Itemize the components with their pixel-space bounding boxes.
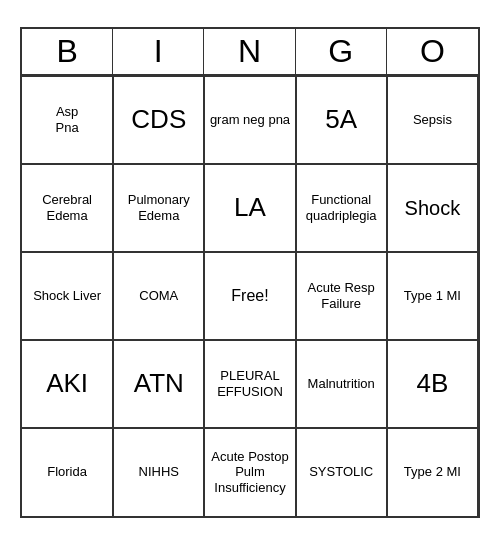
- bingo-cell: COMA: [113, 252, 204, 340]
- bingo-cell: Shock: [387, 164, 478, 252]
- bingo-cell: AspPna: [22, 76, 113, 164]
- header-letter: N: [204, 29, 295, 74]
- bingo-cell: SYSTOLIC: [296, 428, 387, 516]
- header-letter: O: [387, 29, 478, 74]
- bingo-cell: PLEURAL EFFUSION: [204, 340, 295, 428]
- bingo-cell: Acute Resp Failure: [296, 252, 387, 340]
- header-letter: I: [113, 29, 204, 74]
- bingo-cell: Functional quadriplegia: [296, 164, 387, 252]
- bingo-cell: Cerebral Edema: [22, 164, 113, 252]
- bingo-cell: Type 1 MI: [387, 252, 478, 340]
- bingo-cell: Sepsis: [387, 76, 478, 164]
- header-letter: B: [22, 29, 113, 74]
- bingo-cell: Malnutrition: [296, 340, 387, 428]
- header-letter: G: [296, 29, 387, 74]
- bingo-cell: Free!: [204, 252, 295, 340]
- bingo-cell: Pulmonary Edema: [113, 164, 204, 252]
- bingo-cell: CDS: [113, 76, 204, 164]
- bingo-grid: AspPnaCDSgram neg pna5ASepsisCerebral Ed…: [22, 76, 478, 516]
- bingo-cell: Acute Postop Pulm Insufficiency: [204, 428, 295, 516]
- bingo-cell: 4B: [387, 340, 478, 428]
- bingo-cell: NIHHS: [113, 428, 204, 516]
- bingo-cell: gram neg pna: [204, 76, 295, 164]
- bingo-cell: Shock Liver: [22, 252, 113, 340]
- bingo-cell: LA: [204, 164, 295, 252]
- bingo-cell: ATN: [113, 340, 204, 428]
- bingo-card: BINGO AspPnaCDSgram neg pna5ASepsisCereb…: [20, 27, 480, 518]
- bingo-header: BINGO: [22, 29, 478, 76]
- bingo-cell: AKI: [22, 340, 113, 428]
- bingo-cell: 5A: [296, 76, 387, 164]
- bingo-cell: Type 2 MI: [387, 428, 478, 516]
- bingo-cell: Florida: [22, 428, 113, 516]
